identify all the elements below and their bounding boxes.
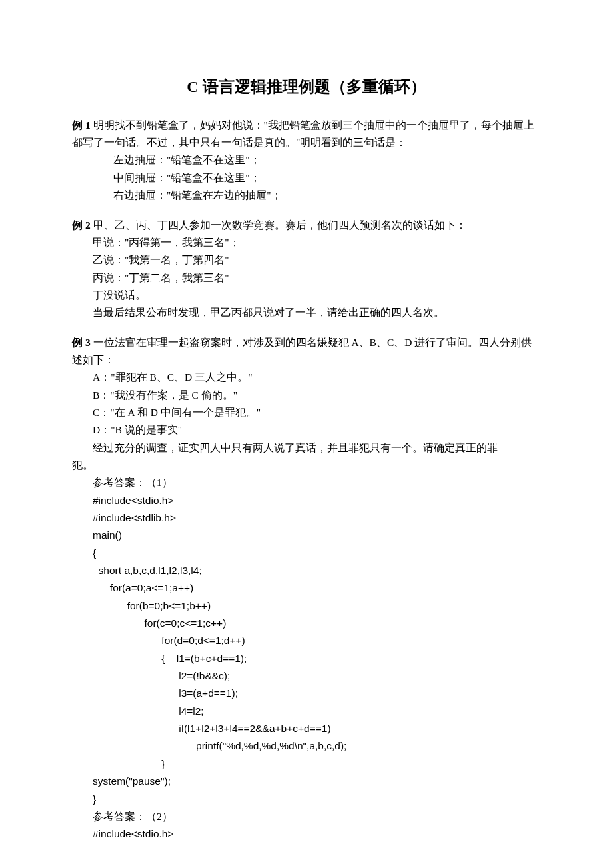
answer-1: 参考答案：（1） #include<stdio.h> #include<stdl… <box>72 474 541 808</box>
ex2-line5: 当最后结果公布时发现，甲乙丙都只说对了一半，请给出正确的四人名次。 <box>72 304 541 321</box>
ex1-intro-text: 明明找不到铅笔盒了，妈妈对他说："我把铅笔盒放到三个抽屉中的一个抽屉里了，每个抽… <box>72 119 534 148</box>
ex3-line1: A："罪犯在 B、C、D 三人之中。" <box>72 369 541 386</box>
ans1-c6: for(a=0;a<=1;a++) <box>72 579 541 597</box>
ans1-c14: if(l1+l2+l3+l4==2&&a+b+c+d==1) <box>72 720 541 737</box>
ex2-line2: 乙说："我第一名，丁第四名" <box>72 251 541 269</box>
ans1-label: 参考答案：（1） <box>72 474 541 491</box>
ans2-c1: #include<stdio.h> <box>72 825 541 843</box>
ex3-label: 例 3 <box>72 337 91 348</box>
ans1-c3: main() <box>72 527 541 544</box>
document-page: C 语言逻辑推理例题（多重循环） 例 1 明明找不到铅笔盒了，妈妈对他说："我把… <box>0 0 613 868</box>
ex3-line5a: 经过充分的调查，证实四人中只有两人说了真话，并且罪犯只有一个。请确定真正的罪 <box>72 439 541 457</box>
example-2: 例 2 甲、乙、丙、丁四人参加一次数学竞赛。赛后，他们四人预测名次的谈话如下： … <box>72 217 541 322</box>
ans1-c16: } <box>72 755 541 773</box>
ex2-line1: 甲说："丙得第一，我第三名"； <box>72 234 541 251</box>
ex1-intro: 例 1 明明找不到铅笔盒了，妈妈对他说："我把铅笔盒放到三个抽屉中的一个抽屉里了… <box>72 117 541 152</box>
ans2-label: 参考答案：（2） <box>72 808 541 825</box>
ans1-c2: #include<stdlib.h> <box>72 509 541 527</box>
ans1-c9: for(d=0;d<=1;d++) <box>72 632 541 649</box>
ex2-intro: 例 2 甲、乙、丙、丁四人参加一次数学竞赛。赛后，他们四人预测名次的谈话如下： <box>72 217 541 234</box>
ex1-line3: 右边抽屉："铅笔盒在左边的抽屉"； <box>72 187 541 204</box>
ans1-c1: #include<stdio.h> <box>72 492 541 509</box>
ans1-c17: system("pause"); <box>72 773 541 790</box>
example-1: 例 1 明明找不到铅笔盒了，妈妈对他说："我把铅笔盒放到三个抽屉中的一个抽屉里了… <box>72 117 541 205</box>
ex1-label: 例 1 <box>72 119 91 131</box>
example-3: 例 3 一位法官在审理一起盗窃案时，对涉及到的四名嫌疑犯 A、B、C、D 进行了… <box>72 334 541 475</box>
ex3-line5b: 犯。 <box>72 457 541 474</box>
ex2-label: 例 2 <box>72 219 91 231</box>
page-title: C 语言逻辑推理例题（多重循环） <box>72 73 541 101</box>
ans1-c8: for(c=0;c<=1;c++) <box>72 615 541 632</box>
ans1-c11: l2=(!b&&c); <box>72 667 541 685</box>
ex2-line4: 丁没说话。 <box>72 287 541 304</box>
ex3-line3: C："在 A 和 D 中间有一个是罪犯。" <box>72 404 541 421</box>
ans1-c12: l3=(a+d==1); <box>72 685 541 702</box>
ex1-line2: 中间抽屉："铅笔盒不在这里"； <box>72 169 541 187</box>
ex2-line3: 丙说："丁第二名，我第三名" <box>72 269 541 287</box>
ex3-line4: D："B 说的是事实" <box>72 421 541 439</box>
ans1-c13: l4=l2; <box>72 703 541 720</box>
ans1-c4: { <box>72 545 541 562</box>
ans1-c18: } <box>72 791 541 808</box>
ans1-c7: for(b=0;b<=1;b++) <box>72 597 541 615</box>
ans1-c15: printf("%d,%d,%d,%d\n",a,b,c,d); <box>72 737 541 755</box>
ex3-intro-text: 一位法官在审理一起盗窃案时，对涉及到的四名嫌疑犯 A、B、C、D 进行了审问。四… <box>72 337 532 365</box>
ex3-line2: B："我没有作案，是 C 偷的。" <box>72 387 541 404</box>
ans1-c5: short a,b,c,d,l1,l2,l3,l4; <box>72 562 541 579</box>
ex3-intro: 例 3 一位法官在审理一起盗窃案时，对涉及到的四名嫌疑犯 A、B、C、D 进行了… <box>72 334 541 369</box>
ex2-intro-text: 甲、乙、丙、丁四人参加一次数学竞赛。赛后，他们四人预测名次的谈话如下： <box>91 219 466 231</box>
ex1-line1: 左边抽屉："铅笔盒不在这里"； <box>72 151 541 169</box>
answer-2: 参考答案：（2） #include<stdio.h> <box>72 808 541 843</box>
ans1-c10: { l1=(b+c+d==1); <box>72 650 541 667</box>
